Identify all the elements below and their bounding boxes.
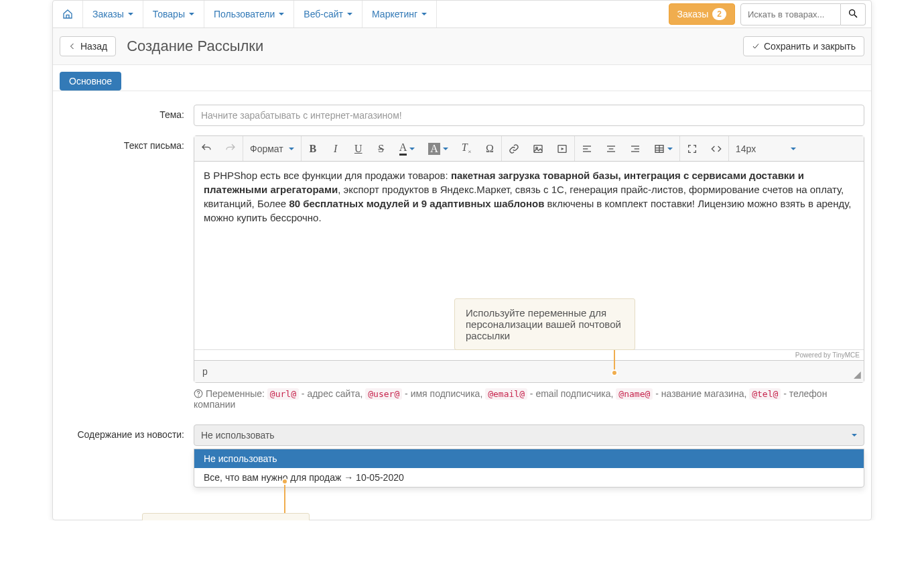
- save-close-button[interactable]: Сохранить и закрыть: [743, 36, 864, 56]
- image-button[interactable]: [526, 136, 550, 161]
- chevron-down-icon: [443, 148, 448, 150]
- dropdown-option[interactable]: Все, что вам нужно для продаж → 10-05-20…: [194, 468, 864, 487]
- editor-path-bar: p ◢: [194, 360, 864, 382]
- redo-button[interactable]: [218, 136, 243, 161]
- orders-badge: 2: [712, 8, 726, 20]
- link-button[interactable]: [502, 136, 526, 161]
- nav-products[interactable]: Товары: [143, 1, 204, 27]
- subject-input[interactable]: [194, 105, 864, 126]
- fontsize-dropdown[interactable]: 14px: [729, 136, 809, 161]
- special-char-button[interactable]: Ω: [478, 136, 501, 161]
- tab-main[interactable]: Основное: [60, 72, 121, 91]
- text-color-icon: A: [399, 141, 407, 156]
- nav-marketing[interactable]: Маркетинг: [362, 1, 437, 27]
- italic-icon: I: [334, 143, 337, 155]
- help-icon: [194, 389, 203, 398]
- format-dropdown[interactable]: Формат: [243, 136, 301, 161]
- callout-dot: [281, 478, 288, 485]
- editor-resize-handle[interactable]: ◢: [854, 369, 861, 380]
- body-label: Текст письма:: [60, 135, 194, 151]
- editor-branding: Powered by TinyMCE: [194, 349, 864, 360]
- news-dropdown: Не использовать Все, что вам нужно для п…: [194, 449, 864, 488]
- search-icon: [848, 8, 858, 19]
- image-icon: [533, 144, 543, 154]
- editor-toolbar: Формат B I U S A A T× Ω: [194, 136, 864, 162]
- subject-label: Тема:: [60, 105, 194, 120]
- callout-dot: [611, 369, 618, 376]
- orders-notification-button[interactable]: Заказы 2: [669, 3, 735, 25]
- svg-point-0: [850, 9, 855, 15]
- align-center-button[interactable]: [599, 136, 623, 161]
- search-input[interactable]: [740, 3, 841, 25]
- bold-button[interactable]: B: [302, 136, 324, 161]
- search-button[interactable]: [841, 3, 866, 25]
- redo-icon: [225, 144, 236, 154]
- bg-color-button[interactable]: A: [421, 136, 455, 161]
- callout-variables: Используйте переменные для персонализаци…: [454, 298, 635, 350]
- back-button[interactable]: Назад: [60, 36, 116, 56]
- media-icon: [557, 144, 568, 154]
- chevron-down-icon: [347, 13, 352, 15]
- chevron-down-icon: [128, 13, 133, 15]
- home-icon: [62, 9, 73, 19]
- nav-home[interactable]: [53, 1, 83, 27]
- undo-icon: [201, 144, 212, 154]
- bg-color-icon: A: [428, 143, 440, 155]
- clear-format-button[interactable]: T×: [455, 136, 478, 161]
- dropdown-option[interactable]: Не использовать: [194, 449, 864, 468]
- chevron-down-icon: [791, 148, 796, 150]
- svg-point-19: [198, 396, 199, 396]
- check-icon: [752, 42, 760, 50]
- chevron-down-icon: [189, 13, 194, 15]
- page-header: Назад Создание Рассылки Сохранить и закр…: [53, 28, 871, 65]
- undo-button[interactable]: [194, 136, 218, 161]
- nav-orders[interactable]: Заказы: [83, 1, 143, 27]
- tabs: Основное: [53, 65, 871, 91]
- code-icon: [711, 144, 722, 154]
- omega-icon: Ω: [486, 143, 494, 155]
- table-button[interactable]: [647, 136, 679, 161]
- variables-help: Переменные: @url@ - адрес сайта, @user@ …: [194, 388, 864, 410]
- fullscreen-button[interactable]: [680, 136, 704, 161]
- nav-users[interactable]: Пользователи: [204, 1, 294, 27]
- code-button[interactable]: [704, 136, 728, 161]
- italic-button[interactable]: I: [324, 136, 347, 161]
- callout-connector: [284, 481, 285, 514]
- clear-format-icon: T×: [462, 141, 472, 155]
- underline-button[interactable]: U: [347, 136, 370, 161]
- align-right-icon: [630, 144, 641, 154]
- link-icon: [509, 144, 519, 154]
- chevron-down-icon: [279, 13, 284, 15]
- align-left-button[interactable]: [575, 136, 599, 161]
- chevron-down-icon: [409, 148, 415, 150]
- arrow-left-icon: [68, 42, 76, 50]
- editor-element-path[interactable]: p: [202, 366, 208, 377]
- chevron-down-icon: [667, 148, 673, 150]
- chevron-down-icon: [289, 148, 294, 150]
- media-button[interactable]: [550, 136, 574, 161]
- text-color-button[interactable]: A: [393, 136, 422, 161]
- table-icon: [654, 144, 665, 154]
- svg-line-1: [854, 15, 857, 17]
- news-select[interactable]: Не использовать: [194, 424, 864, 446]
- chevron-down-icon: [421, 13, 427, 15]
- chevron-down-icon: [852, 434, 857, 437]
- nav-website[interactable]: Веб-сайт: [294, 1, 362, 27]
- align-right-button[interactable]: [623, 136, 647, 161]
- news-label: Содержание из новости:: [60, 424, 194, 440]
- strikethrough-icon: S: [378, 143, 384, 155]
- strikethrough-button[interactable]: S: [370, 136, 393, 161]
- navbar: Заказы Товары Пользователи Веб-сайт Марк…: [53, 1, 871, 28]
- bold-icon: B: [309, 143, 316, 155]
- page-title: Создание Рассылки: [127, 38, 263, 55]
- underline-icon: U: [354, 143, 362, 155]
- fullscreen-icon: [687, 144, 698, 154]
- align-left-icon: [582, 144, 592, 154]
- align-center-icon: [606, 144, 616, 154]
- callout-news: Можно создать свою рассылку или вствить …: [142, 513, 310, 520]
